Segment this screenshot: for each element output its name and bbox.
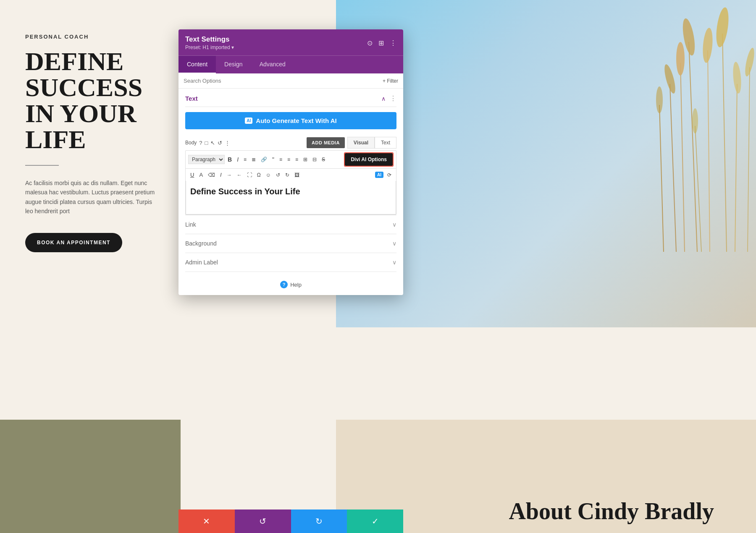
hero-title: DEFINE SUCCESS IN YOUR LIFE	[25, 48, 155, 152]
row2-right-icons: AI ⟳	[375, 171, 394, 179]
unordered-list-button[interactable]: ≡	[242, 155, 249, 164]
book-appointment-button[interactable]: BOOK AN APPOINTMENT	[25, 233, 122, 252]
text-settings-modal: Text Settings Preset: H1 imported ▾ ⊙ ⊞ …	[178, 29, 403, 295]
tab-advanced[interactable]: Advanced	[251, 56, 294, 73]
strikethrough-button[interactable]: S	[320, 155, 327, 164]
link-button[interactable]: 🔗	[259, 155, 269, 164]
svg-point-13	[656, 86, 663, 113]
bold-button[interactable]: B	[226, 155, 234, 164]
add-media-button[interactable]: ADD MEDIA	[307, 137, 345, 148]
outdent-button[interactable]: ←	[235, 171, 244, 179]
paragraph-select[interactable]: Paragraph	[188, 155, 225, 164]
link-label: Link	[185, 221, 196, 228]
help-button[interactable]: ? Help	[280, 281, 302, 288]
svg-point-9	[714, 7, 730, 48]
about-title: About Cindy Bradly	[509, 498, 714, 525]
svg-line-4	[708, 50, 710, 252]
filter-button[interactable]: + Filter	[383, 78, 398, 84]
visual-text-tabs: Visual Text	[347, 137, 396, 149]
save-button[interactable]: ✓	[347, 509, 403, 533]
visual-tab[interactable]: Visual	[347, 137, 375, 149]
svg-line-6	[670, 84, 676, 252]
table-button[interactable]: ⊞	[301, 155, 310, 164]
background-chevron: ∨	[392, 240, 396, 247]
toolbar-row1: Body ? □ ↖ ↺ ⋮ ADD MEDIA Visual Text	[185, 134, 396, 150]
modal-header: Text Settings Preset: H1 imported ▾ ⊙ ⊞ …	[178, 29, 403, 55]
emoji-button[interactable]: ☺	[264, 171, 273, 179]
svg-line-12	[659, 105, 664, 252]
ai-mini-badge[interactable]: AI	[375, 172, 383, 178]
body-text: Ac facilisis morbi quis ac dis nullam. E…	[25, 178, 155, 216]
italic-button[interactable]: I	[235, 155, 241, 164]
admin-label-section[interactable]: Admin Label ∨	[185, 253, 396, 272]
modal-preset[interactable]: Preset: H1 imported ▾	[185, 44, 234, 50]
help-label: Help	[290, 282, 302, 288]
align-center-button[interactable]: ≡	[285, 155, 292, 164]
admin-label-chevron: ∨	[392, 259, 396, 266]
search-input[interactable]	[184, 78, 383, 84]
svg-point-5	[701, 27, 714, 63]
background-section[interactable]: Background ∨	[185, 234, 396, 253]
svg-line-14	[748, 67, 750, 252]
svg-point-11	[732, 61, 743, 94]
undo2-button[interactable]: ↺	[274, 171, 282, 179]
bottom-olive-section	[0, 420, 181, 533]
font-color-button[interactable]: A	[197, 170, 205, 179]
svg-point-1	[676, 42, 685, 76]
modal-tabs: Content Design Advanced	[178, 55, 403, 73]
svg-line-10	[735, 84, 737, 252]
svg-point-15	[743, 47, 756, 77]
generate-icon[interactable]: ⟳	[385, 171, 394, 179]
more-options-icon[interactable]: ⋮	[390, 39, 396, 47]
svg-line-8	[722, 34, 727, 252]
divider-line	[25, 165, 59, 166]
ai-generate-button[interactable]: AI Auto Generate Text With AI	[185, 112, 396, 129]
help-section: ? Help	[185, 272, 396, 295]
editor-text: Define Success in Your Life	[190, 187, 391, 196]
svg-point-17	[692, 108, 698, 133]
clear-format-button[interactable]: ⌫	[206, 171, 217, 179]
modal-header-icons: ⊙ ⊞ ⋮	[367, 39, 396, 47]
editor-content[interactable]: Define Success in Your Life	[186, 181, 396, 214]
table2-button[interactable]: ⊟	[310, 155, 319, 164]
redo-button[interactable]: ↻	[291, 509, 347, 533]
link-section[interactable]: Link ∨	[185, 215, 396, 234]
blockquote-button[interactable]: "	[270, 155, 276, 164]
divi-ai-options-button[interactable]: Divi AI Options	[345, 153, 393, 166]
italic2-button[interactable]: I	[218, 170, 224, 179]
svg-line-0	[680, 63, 685, 252]
tab-content[interactable]: Content	[178, 56, 216, 73]
divi-ai-options-border: Divi AI Options	[344, 152, 394, 167]
grass-decoration	[601, 0, 756, 252]
undo-icon[interactable]: ↺	[218, 140, 222, 146]
admin-label-text: Admin Label	[185, 259, 218, 266]
ordered-list-button[interactable]: ≣	[249, 155, 258, 164]
personal-coach-label: PERSONAL COACH	[25, 34, 155, 40]
collapse-icon[interactable]: ∧	[381, 95, 386, 102]
cursor-icon[interactable]: ↖	[210, 140, 215, 146]
text-tab[interactable]: Text	[375, 137, 396, 149]
underline-button[interactable]: U	[188, 170, 196, 179]
fullscreen-button[interactable]: ⛶	[245, 171, 254, 179]
settings-icon[interactable]: ⊙	[367, 39, 373, 47]
special-char-button[interactable]: Ω	[255, 171, 263, 179]
section-header-icons: ∧ ⋮	[381, 94, 396, 102]
editor-toolbar-row1: Paragraph B I ≡ ≣ 🔗 " ≡ ≡ ≡ ⊞ ⊟ S Divi A…	[186, 151, 396, 169]
undo-button[interactable]: ↺	[235, 509, 291, 533]
indent-button[interactable]: →	[225, 171, 234, 179]
align-left-button[interactable]: ≡	[277, 155, 284, 164]
search-bar: + Filter	[178, 73, 403, 89]
modal-title: Text Settings	[185, 35, 234, 44]
divi-ai-options-container: Divi AI Options	[344, 152, 394, 167]
image-button[interactable]: 🖼	[292, 171, 302, 179]
cancel-button[interactable]: ✕	[178, 509, 235, 533]
layout-icon[interactable]: ⊞	[378, 39, 384, 47]
more-toolbar-icon[interactable]: ⋮	[225, 140, 230, 146]
redo2-button[interactable]: ↻	[283, 171, 291, 179]
help-icon: ?	[280, 281, 288, 288]
align-right-button[interactable]: ≡	[293, 155, 300, 164]
help-tooltip-icon[interactable]: ?	[199, 140, 202, 146]
section-more-icon[interactable]: ⋮	[390, 94, 396, 102]
tab-design[interactable]: Design	[216, 56, 251, 73]
mobile-icon[interactable]: □	[205, 140, 208, 146]
